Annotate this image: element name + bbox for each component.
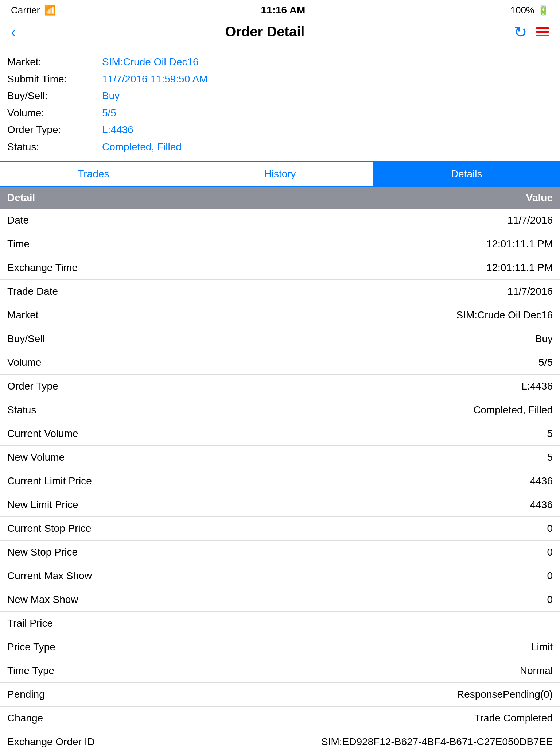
- value-cell: 11/7/2016: [164, 209, 560, 232]
- value-cell: 12:01:11.1 PM: [164, 256, 560, 279]
- detail-cell: Volume: [0, 351, 164, 374]
- volume-row: Volume: 5/5: [7, 106, 553, 121]
- submit-time-label: Submit Time:: [7, 72, 102, 87]
- nav-bar: ‹ Order Detail ↻: [0, 19, 560, 48]
- submit-time-row: Submit Time: 11/7/2016 11:59:50 AM: [7, 72, 553, 87]
- detail-cell: New Volume: [0, 445, 164, 469]
- status-value: Completed, Filled: [102, 140, 182, 155]
- table-row: Trail Price: [0, 611, 560, 635]
- tabs-container: Trades History Details: [0, 161, 560, 187]
- value-cell: L:4436: [164, 374, 560, 398]
- detail-cell: Change: [0, 706, 164, 730]
- value-cell: 0: [164, 588, 560, 611]
- menu-line-3: [536, 35, 549, 36]
- col-value-header: Value: [164, 187, 560, 209]
- table-row: Current Max Show0: [0, 564, 560, 588]
- value-cell: 0: [164, 564, 560, 588]
- order-info: Market: SIM:Crude Oil Dec16 Submit Time:…: [0, 48, 560, 161]
- detail-cell: Trade Date: [0, 279, 164, 303]
- detail-cell: Market: [0, 303, 164, 327]
- detail-cell: Time: [0, 232, 164, 256]
- market-row: Market: SIM:Crude Oil Dec16: [7, 55, 553, 70]
- value-cell: ResponsePending(0): [164, 682, 560, 706]
- menu-line-1: [536, 27, 549, 29]
- table-header-row: Detail Value: [0, 187, 560, 209]
- status-time: 11:16 AM: [261, 4, 306, 16]
- table-row: Exchange Order IDSIM:ED928F12-B627-4BF4-…: [0, 730, 560, 747]
- detail-cell: Order Type: [0, 374, 164, 398]
- value-cell: 4436: [164, 469, 560, 493]
- buy-sell-value: Buy: [102, 89, 120, 104]
- detail-cell: Current Volume: [0, 422, 164, 445]
- table-row: Buy/SellBuy: [0, 327, 560, 351]
- tab-trades[interactable]: Trades: [0, 162, 187, 186]
- detail-cell: Current Limit Price: [0, 469, 164, 493]
- table-row: ChangeTrade Completed: [0, 706, 560, 730]
- market-label: Market:: [7, 55, 102, 70]
- wifi-icon: 📶: [44, 5, 56, 16]
- table-row: Time TypeNormal: [0, 659, 560, 682]
- order-type-value: L:4436: [102, 123, 133, 138]
- table-row: Order TypeL:4436: [0, 374, 560, 398]
- carrier-label: Carrier: [11, 5, 40, 16]
- value-cell: Trade Completed: [164, 706, 560, 730]
- tab-history[interactable]: History: [187, 162, 374, 186]
- detail-cell: Exchange Time: [0, 256, 164, 279]
- table-row: New Volume5: [0, 445, 560, 469]
- table-row: PendingResponsePending(0): [0, 682, 560, 706]
- value-cell: 11/7/2016: [164, 279, 560, 303]
- detail-table: Detail Value Date11/7/2016Time12:01:11.1…: [0, 187, 560, 747]
- tab-details[interactable]: Details: [373, 162, 560, 186]
- table-row: Time12:01:11.1 PM: [0, 232, 560, 256]
- value-cell: 5/5: [164, 351, 560, 374]
- col-detail-header: Detail: [0, 187, 164, 209]
- detail-cell: Time Type: [0, 659, 164, 682]
- detail-cell: Trail Price: [0, 611, 164, 635]
- battery-icon: 🔋: [537, 5, 549, 16]
- buy-sell-row: Buy/Sell: Buy: [7, 89, 553, 104]
- status-bar: Carrier 📶 11:16 AM 100% 🔋: [0, 0, 560, 19]
- market-value: SIM:Crude Oil Dec16: [102, 55, 199, 70]
- detail-cell: Current Max Show: [0, 564, 164, 588]
- submit-time-value: 11/7/2016 11:59:50 AM: [102, 72, 208, 87]
- page-title: Order Detail: [225, 24, 305, 40]
- table-row: Price TypeLimit: [0, 635, 560, 659]
- table-row: MarketSIM:Crude Oil Dec16: [0, 303, 560, 327]
- value-cell: 12:01:11.1 PM: [164, 232, 560, 256]
- detail-cell: Buy/Sell: [0, 327, 164, 351]
- value-cell: 5: [164, 445, 560, 469]
- menu-line-2: [536, 31, 549, 33]
- menu-icon[interactable]: [536, 27, 549, 36]
- volume-label: Volume:: [7, 106, 102, 121]
- back-button[interactable]: ‹: [11, 24, 16, 40]
- detail-cell: New Max Show: [0, 588, 164, 611]
- value-cell: SIM:Crude Oil Dec16: [164, 303, 560, 327]
- value-cell: 5: [164, 422, 560, 445]
- volume-value: 5/5: [102, 106, 116, 121]
- table-row: Current Limit Price4436: [0, 469, 560, 493]
- status-right: 100% 🔋: [510, 5, 549, 16]
- detail-cell: Status: [0, 398, 164, 422]
- detail-cell: Exchange Order ID: [0, 730, 164, 747]
- nav-actions: ↻: [514, 23, 549, 41]
- table-row: New Max Show0: [0, 588, 560, 611]
- value-cell: 0: [164, 540, 560, 564]
- detail-cell: Price Type: [0, 635, 164, 659]
- detail-cell: New Limit Price: [0, 493, 164, 516]
- table-row: Volume5/5: [0, 351, 560, 374]
- value-cell: Normal: [164, 659, 560, 682]
- status-label: Status:: [7, 140, 102, 155]
- value-cell: 0: [164, 516, 560, 540]
- table-row: Current Volume5: [0, 422, 560, 445]
- order-type-row: Order Type: L:4436: [7, 123, 553, 138]
- table-row: Exchange Time12:01:11.1 PM: [0, 256, 560, 279]
- value-cell: Completed, Filled: [164, 398, 560, 422]
- value-cell: Limit: [164, 635, 560, 659]
- detail-cell: Pending: [0, 682, 164, 706]
- value-cell: SIM:ED928F12-B627-4BF4-B671-C27E050DB7EE: [164, 730, 560, 747]
- table-row: New Limit Price4436: [0, 493, 560, 516]
- refresh-icon[interactable]: ↻: [514, 23, 527, 41]
- table-row: StatusCompleted, Filled: [0, 398, 560, 422]
- table-row: New Stop Price0: [0, 540, 560, 564]
- order-type-label: Order Type:: [7, 123, 102, 138]
